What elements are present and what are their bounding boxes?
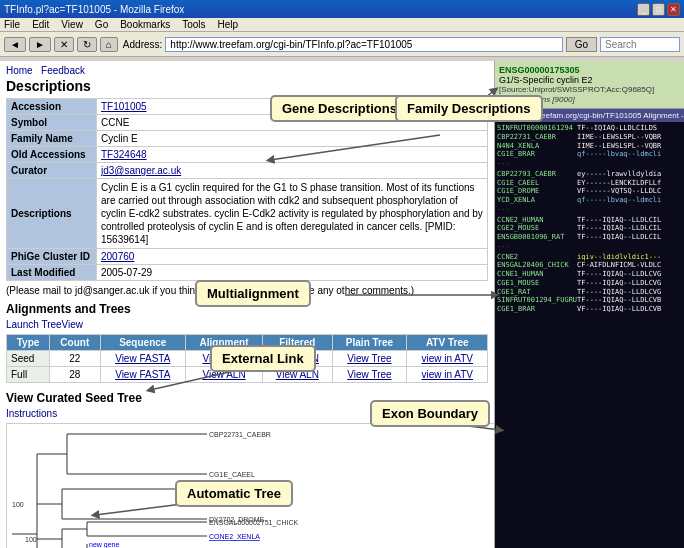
- row-tree: View Tree: [332, 367, 407, 383]
- go-button[interactable]: Go: [566, 37, 597, 52]
- phylo-tree-svg: CBP22731_CAEBR CG1E_CAEEL Q5FAM4_XENLA D…: [7, 424, 494, 548]
- tree-container: CBP22731_CAEBR CG1E_CAEEL Q5FAM4_XENLA D…: [6, 423, 494, 548]
- feedback-note: (Please mail to jd@sanger.ac.uk if you t…: [6, 285, 488, 296]
- home-link[interactable]: Home: [6, 65, 33, 76]
- field-label: Symbol: [7, 115, 97, 131]
- field-value: 2005-07-29: [97, 265, 488, 281]
- field-label: Old Accessions: [7, 147, 97, 163]
- msa-row: CG1E_DROME VF------VQTSQ--LLDLC: [497, 187, 682, 196]
- row-aln: View ALN: [186, 367, 263, 383]
- gene-info-box: ENSG00000175305 G1/S-Specific cyclin E2 …: [495, 61, 684, 109]
- row-atv: view in ATV: [407, 351, 488, 367]
- gene-taxa: Homo sapiens [9000]: [499, 95, 680, 104]
- table-row: Family Name Cyclin E: [7, 131, 488, 147]
- alignments-title: Alignments and Trees: [6, 302, 488, 316]
- close-btn[interactable]: ✕: [667, 3, 680, 16]
- msa-row: CGE1_RAT TF----IQIAQ--LLDLCVG: [497, 288, 682, 297]
- msa-row: YCD_XENLA qf-----lbvaq--ldmcli: [497, 196, 682, 205]
- instructions-link[interactable]: Instructions: [6, 408, 57, 419]
- old-accession-link[interactable]: TF324648: [101, 149, 147, 160]
- search-input[interactable]: [600, 37, 680, 52]
- msa-url: http://www.treefam.org/cgi-bin/TF101005 …: [497, 111, 684, 120]
- msa-row: CG1E_CAEEL EY------LENCKILDFLLf: [497, 179, 682, 188]
- seed-filtered-link[interactable]: View ALN: [276, 353, 319, 364]
- col-filtered: Filtered: [263, 335, 332, 351]
- field-value: jd3@sanger.ac.uk: [97, 163, 488, 179]
- alignments-table: Type Count Sequence Alignment Filtered P…: [6, 334, 488, 383]
- field-value: CCNE: [97, 115, 488, 131]
- col-type: Type: [7, 335, 50, 351]
- field-label: Last Modified: [7, 265, 97, 281]
- msa-row: ENSGB0001096_RAT TF----IQIAQ--LLDLCIL: [497, 233, 682, 242]
- page-section-title: Descriptions: [6, 78, 488, 94]
- col-alignment: Alignment: [186, 335, 263, 351]
- align-row-seed: Seed 22 View FASTA View ALN View ALN Vie…: [7, 351, 488, 367]
- nav-links: Home Feedback: [6, 65, 488, 76]
- menu-help[interactable]: Help: [218, 19, 239, 30]
- table-row: Last Modified 2005-07-29: [7, 265, 488, 281]
- launch-treeview-link[interactable]: Launch TreeView: [6, 319, 83, 330]
- menu-bookmarks[interactable]: Bookmarks: [120, 19, 170, 30]
- menu-edit[interactable]: Edit: [32, 19, 49, 30]
- menu-go[interactable]: Go: [95, 19, 108, 30]
- info-table: Accession TF101005 Symbol CCNE Family Na…: [6, 98, 488, 281]
- menu-view[interactable]: View: [61, 19, 83, 30]
- msa-window-header: http://www.treefam.org/cgi-bin/TF101005 …: [495, 109, 684, 122]
- col-plaintree: Plain Tree: [332, 335, 407, 351]
- msa-row: CCNE2_HUMAN TF----IQIAQ--LLDLCIL: [497, 216, 682, 225]
- forward-btn[interactable]: ►: [29, 37, 51, 52]
- feedback-link[interactable]: Feedback: [41, 65, 85, 76]
- table-row: Descriptions Cyclin E is a G1 cyclin req…: [7, 179, 488, 249]
- gene-id: ENSG00000175305: [499, 65, 680, 75]
- msa-row: ENSGAL20406_CHICK CF-AIFDLNFICML-VLDLC: [497, 261, 682, 270]
- svg-text:ENSGAL000002751_CHICK: ENSGAL000002751_CHICK: [209, 519, 298, 527]
- svg-text:CONE2_XENLA: CONE2_XENLA: [209, 533, 260, 541]
- maximize-btn[interactable]: □: [652, 3, 665, 16]
- curated-tree-title: View Curated Seed Tree: [6, 391, 488, 405]
- curator-link[interactable]: jd3@sanger.ac.uk: [101, 165, 181, 176]
- accession-link[interactable]: TF101005: [101, 101, 147, 112]
- row-count: 22: [50, 351, 100, 367]
- row-seq: View FASTA: [100, 351, 185, 367]
- full-atv-link[interactable]: view in ATV: [421, 369, 473, 380]
- row-filtered: View ALN: [263, 367, 332, 383]
- full-filtered-link[interactable]: View ALN: [276, 369, 319, 380]
- gene-subtitle: G1/S-Specific cyclin E2: [499, 75, 680, 85]
- row-type: Full: [7, 367, 50, 383]
- msa-row: SINFRUT001294_FUGRU TF----IQIAQ--LLDLCVB: [497, 296, 682, 305]
- msa-row: CGE1_MOUSE TF----IQIAQ--LLDLCVG: [497, 279, 682, 288]
- full-fasta-link[interactable]: View FASTA: [115, 369, 170, 380]
- menu-file[interactable]: File: [4, 19, 20, 30]
- msa-row: N4N4_XENLA IIME--LEWSLSPL--VQBR: [497, 142, 682, 151]
- field-value: TF101005: [97, 99, 488, 115]
- svg-text:100: 100: [25, 536, 37, 543]
- row-tree: View Tree: [332, 351, 407, 367]
- row-count: 28: [50, 367, 100, 383]
- back-btn[interactable]: ◄: [4, 37, 26, 52]
- menu-tools[interactable]: Tools: [182, 19, 205, 30]
- table-row: PhiGe Cluster ID 200760: [7, 249, 488, 265]
- full-aln-link[interactable]: View ALN: [202, 369, 245, 380]
- refresh-btn[interactable]: ↻: [77, 37, 97, 52]
- row-seq: View FASTA: [100, 367, 185, 383]
- stop-btn[interactable]: ✕: [54, 37, 74, 52]
- seed-fasta-link[interactable]: View FASTA: [115, 353, 170, 364]
- full-tree-link[interactable]: View Tree: [347, 369, 391, 380]
- table-row: Curator jd3@sanger.ac.uk: [7, 163, 488, 179]
- seed-tree-link[interactable]: View Tree: [347, 353, 391, 364]
- address-bar[interactable]: [165, 37, 562, 52]
- minimize-btn[interactable]: _: [637, 3, 650, 16]
- seed-atv-link[interactable]: view in ATV: [421, 353, 473, 364]
- svg-text:CBP22731_CAEBR: CBP22731_CAEBR: [209, 431, 271, 439]
- row-type: Seed: [7, 351, 50, 367]
- alignments-section: Alignments and Trees Launch TreeView Typ…: [6, 302, 488, 383]
- home-btn[interactable]: ⌂: [100, 37, 118, 52]
- phige-link[interactable]: 200760: [101, 251, 134, 262]
- align-row-full: Full 28 View FASTA View ALN View ALN Vie…: [7, 367, 488, 383]
- field-label: Accession: [7, 99, 97, 115]
- svg-text:Q5FAM4_XENLA: Q5FAM4_XENLA: [209, 486, 264, 494]
- seed-aln-link[interactable]: View ALN: [202, 353, 245, 364]
- field-value: 200760: [97, 249, 488, 265]
- msa-row: CBP22731_CAEBR IIME--LEWSLSPL--VQBR: [497, 133, 682, 142]
- msa-content: SINFRUT00000161294 TF--IQIAQ-LLDLCILDS C…: [495, 122, 684, 548]
